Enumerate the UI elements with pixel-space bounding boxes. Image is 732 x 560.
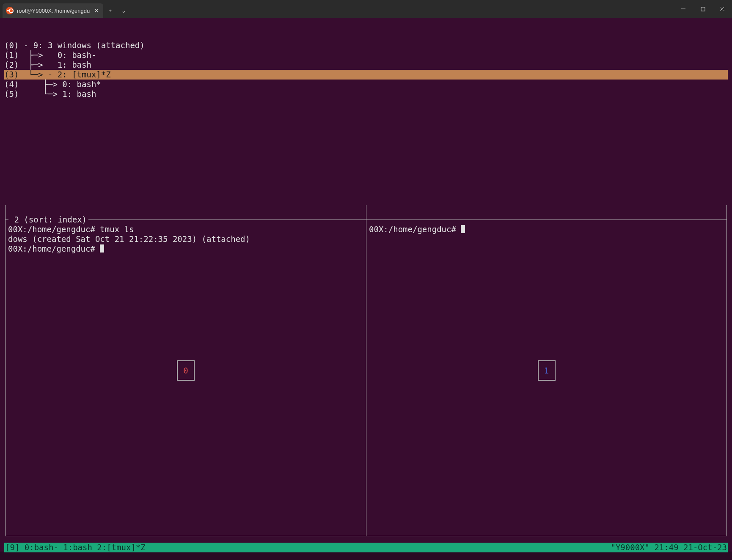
tmux-status-bar: [9] 0:bash- 1:bash 2:[tmux]*Z "Y9000X" 2… — [4, 543, 728, 552]
tmux-tree[interactable]: (0) - 9: 3 windows (attached)(1) ├─> 0: … — [4, 41, 728, 99]
preview-pane-left[interactable]: 00X:/home/gengduc# tmux lsdows (created … — [6, 205, 366, 536]
tab-title: root@Y9000X: /home/gengdu — [17, 6, 90, 16]
tree-row-4[interactable]: (4) ├─> 0: bash* — [4, 80, 728, 89]
status-right: "Y9000X" 21:49 21-Oct-23 — [611, 543, 727, 552]
pane-left-line: dows (created Sat Oct 21 21:22:35 2023) … — [8, 234, 363, 244]
tree-row-3[interactable]: (3) └─> - 2: [tmux]*Z — [4, 70, 728, 80]
terminal-viewport[interactable]: (0) - 9: 3 windows (attached)(1) ├─> 0: … — [0, 18, 732, 552]
window-titlebar: root@Y9000X: /home/gengdu ✕ + ⌄ — [0, 0, 732, 18]
pane-index-1: 1 — [538, 360, 556, 381]
pane-left-line: 00X:/home/gengduc# — [8, 244, 363, 254]
close-window-button[interactable] — [713, 0, 732, 18]
pane-right-line: 00X:/home/gengduc# — [369, 225, 724, 234]
tree-row-1[interactable]: (1) ├─> 0: bash- — [4, 50, 728, 60]
minimize-button[interactable] — [674, 0, 693, 18]
terminal-tab[interactable]: root@Y9000X: /home/gengdu ✕ — [3, 3, 103, 18]
cursor — [100, 244, 104, 253]
cursor — [461, 225, 465, 233]
tab-dropdown-button[interactable]: ⌄ — [117, 3, 130, 18]
maximize-button[interactable] — [693, 0, 713, 18]
tree-row-0[interactable]: (0) - 9: 3 windows (attached) — [4, 41, 728, 50]
plus-icon: + — [108, 6, 112, 16]
tree-row-5[interactable]: (5) └─> 1: bash — [4, 89, 728, 99]
new-tab-button[interactable]: + — [103, 3, 117, 18]
ubuntu-icon — [6, 7, 14, 14]
close-tab-icon[interactable]: ✕ — [93, 7, 100, 14]
tmux-preview: 2 (sort: index) 00X:/home/gengduc# tmux … — [5, 195, 727, 536]
window-controls — [674, 0, 732, 18]
pane-index-0: 0 — [177, 360, 195, 381]
status-left: [9] 0:bash- 1:bash 2:[tmux]*Z — [5, 543, 146, 552]
tree-row-2[interactable]: (2) ├─> 1: bash — [4, 60, 728, 70]
preview-pane-right[interactable]: 00X:/home/gengduc# 1 — [366, 205, 726, 536]
pane-left-line: 00X:/home/gengduc# tmux ls — [8, 225, 363, 234]
chevron-down-icon: ⌄ — [121, 6, 126, 16]
svg-rect-1 — [701, 7, 705, 11]
